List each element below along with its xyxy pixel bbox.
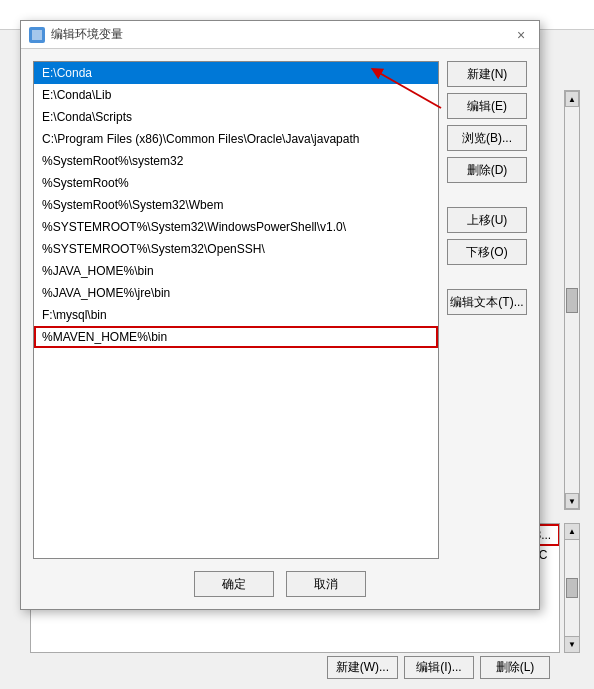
scroll-up-arrow[interactable]: ▲ [565,91,579,107]
move-down-button[interactable]: 下移(O) [447,239,527,265]
dialog-title: 编辑环境变量 [51,26,123,43]
list-item[interactable]: %MAVEN_HOME%\bin [34,326,438,348]
dialog-titlebar: 编辑环境变量 × [21,21,539,49]
scroll-thumb[interactable] [566,288,578,313]
edit-button[interactable]: 编辑(E) [447,93,527,119]
delete-button[interactable]: 删除(D) [447,157,527,183]
dialog-icon [29,27,45,43]
list-item[interactable]: C:\Program Files (x86)\Common Files\Orac… [34,128,438,150]
lower-scrollbar[interactable]: ▲ ▼ [564,523,580,653]
list-item[interactable]: %JAVA_HOME%\bin [34,260,438,282]
list-container: E:\CondaE:\Conda\LibE:\Conda\ScriptsC:\P… [33,61,527,559]
lower-delete-button[interactable]: 删除(L) [480,656,550,679]
right-scrollbar[interactable]: ▲ ▼ [564,90,580,510]
browse-button[interactable]: 浏览(B)... [447,125,527,151]
dialog-bottom-buttons: 确定 取消 [33,571,527,597]
list-item[interactable]: %SystemRoot% [34,172,438,194]
edit-text-button[interactable]: 编辑文本(T)... [447,289,527,315]
list-item[interactable]: %SystemRoot%\System32\Wbem [34,194,438,216]
confirm-button[interactable]: 确定 [194,571,274,597]
list-item[interactable]: %JAVA_HOME%\jre\bin [34,282,438,304]
list-item[interactable]: E:\Conda [34,62,438,84]
edit-env-dialog: 编辑环境变量 × E:\CondaE:\Conda\LibE:\Conda\Sc… [20,20,540,610]
svg-rect-0 [32,30,42,40]
dialog-close-button[interactable]: × [511,25,531,45]
list-item[interactable]: F:\mysql\bin [34,304,438,326]
lower-buttons-bar: 新建(W)... 编辑(I)... 删除(L) [30,653,560,681]
lower-scroll-up[interactable]: ▲ [565,524,579,540]
side-buttons: 新建(N) 编辑(E) 浏览(B)... 删除(D) 上移(U) 下移(O) 编… [447,61,527,559]
lower-edit-button[interactable]: 编辑(I)... [404,656,474,679]
new-button[interactable]: 新建(N) [447,61,527,87]
lower-new-button[interactable]: 新建(W)... [327,656,398,679]
list-item[interactable]: %SYSTEMROOT%\System32\WindowsPowerShell\… [34,216,438,238]
list-item[interactable]: E:\Conda\Scripts [34,106,438,128]
dialog-body: E:\CondaE:\Conda\LibE:\Conda\ScriptsC:\P… [21,49,539,609]
lower-scroll-down[interactable]: ▼ [565,636,579,652]
list-item[interactable]: E:\Conda\Lib [34,84,438,106]
cancel-button[interactable]: 取消 [286,571,366,597]
list-items-scroll[interactable]: E:\CondaE:\Conda\LibE:\Conda\ScriptsC:\P… [34,62,438,558]
dialog-title-group: 编辑环境变量 [29,26,123,43]
env-list-box: E:\CondaE:\Conda\LibE:\Conda\ScriptsC:\P… [33,61,439,559]
list-item[interactable]: %SystemRoot%\system32 [34,150,438,172]
scroll-down-arrow[interactable]: ▼ [565,493,579,509]
move-up-button[interactable]: 上移(U) [447,207,527,233]
lower-scroll-thumb[interactable] [566,578,578,598]
list-item[interactable]: %SYSTEMROOT%\System32\OpenSSH\ [34,238,438,260]
